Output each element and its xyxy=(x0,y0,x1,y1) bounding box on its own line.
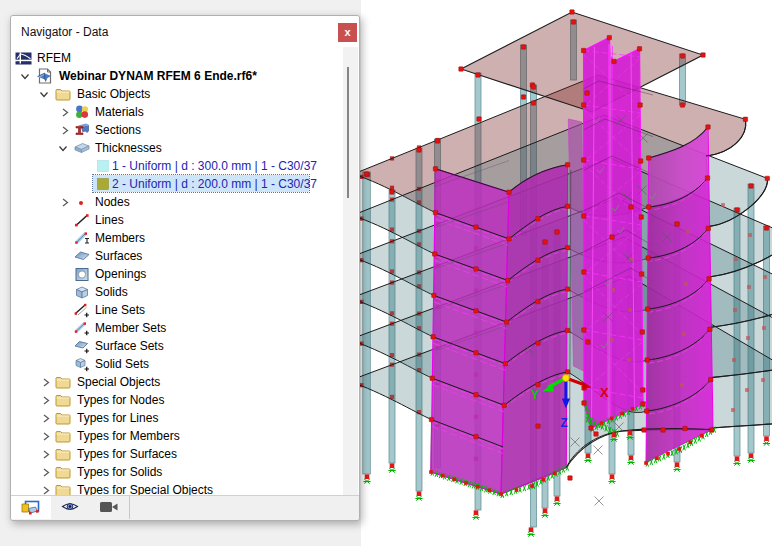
svg-text:Z: Z xyxy=(561,416,568,430)
svg-text:X: X xyxy=(600,385,609,400)
svg-text:Y: Y xyxy=(531,388,539,402)
